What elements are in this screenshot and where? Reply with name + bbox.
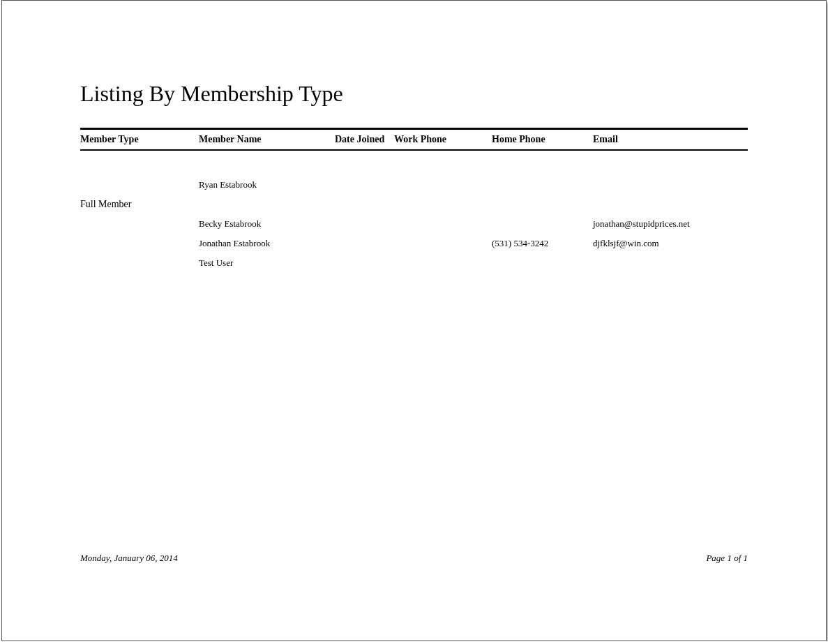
cell-home-phone: [492, 218, 593, 230]
cell-work-phone: [394, 218, 492, 230]
report-title: Listing By Membership Type: [80, 81, 748, 107]
report-page: Listing By Membership Type Member Type M…: [1, 0, 827, 641]
cell-member-type: [80, 257, 199, 269]
cell-email: jonathan@stupidprices.net: [593, 218, 748, 230]
header-home-phone: Home Phone: [492, 134, 593, 145]
header-work-phone: Work Phone: [394, 134, 492, 145]
footer-page: Page 1 of 1: [706, 553, 748, 564]
cell-member-name: Test User: [199, 257, 335, 269]
header-member-type: Member Type: [80, 134, 199, 145]
cell-date-joined: [335, 179, 394, 190]
report-footer: Monday, January 06, 2014 Page 1 of 1: [80, 553, 748, 564]
header-email: Email: [593, 134, 748, 145]
table-row: Jonathan Estabrook (531) 534-3242 djfkls…: [80, 234, 748, 253]
cell-member-type: [80, 238, 199, 249]
group-label: Full Member: [80, 199, 199, 210]
cell-email: [593, 179, 748, 190]
group-header-row: Full Member: [80, 195, 748, 214]
cell-member-name: Jonathan Estabrook: [199, 238, 335, 249]
table-row: Ryan Estabrook: [80, 175, 748, 195]
cell-work-phone: [394, 179, 492, 190]
cell-email: djfklsjf@win.com: [593, 238, 748, 249]
cell-home-phone: [492, 179, 593, 190]
report-content: Listing By Membership Type Member Type M…: [2, 1, 826, 273]
cell-work-phone: [394, 238, 492, 249]
cell-date-joined: [335, 257, 394, 269]
cell-work-phone: [394, 257, 492, 269]
cell-member-name: Becky Estabrook: [199, 218, 335, 230]
cell-home-phone: [492, 257, 593, 269]
cell-member-type: [80, 179, 199, 190]
table-row: Becky Estabrook jonathan@stupidprices.ne…: [80, 214, 748, 234]
cell-email: [593, 257, 748, 269]
cell-date-joined: [335, 238, 394, 249]
header-member-name: Member Name: [199, 134, 335, 145]
table-header-row: Member Type Member Name Date Joined Work…: [80, 128, 748, 151]
cell-date-joined: [335, 218, 394, 230]
footer-date: Monday, January 06, 2014: [80, 553, 178, 564]
table-row: Test User: [80, 253, 748, 273]
cell-member-type: [80, 218, 199, 230]
header-date-joined: Date Joined: [335, 134, 394, 145]
table-body: Ryan Estabrook Full Member Becky Estabro…: [80, 151, 748, 273]
cell-member-name: Ryan Estabrook: [199, 179, 335, 190]
cell-home-phone: (531) 534-3242: [492, 238, 593, 249]
